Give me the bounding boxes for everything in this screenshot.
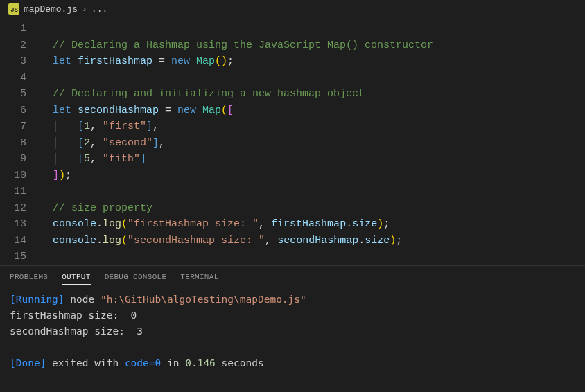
code-line[interactable]: │ [5, "fith"] — [39, 151, 585, 168]
code-line[interactable]: // Declaring a Hashmap using the JavaScr… — [39, 37, 585, 54]
code-line[interactable]: │ [1, "first"], — [39, 118, 585, 135]
code-line[interactable]: console.log("secondHashmap size: ", seco… — [39, 233, 585, 249]
code-line[interactable]: // size property — [39, 200, 585, 217]
breadcrumb[interactable]: JS mapDemo.js › ... — [0, 0, 585, 18]
breadcrumb-ellipsis: ... — [91, 4, 107, 15]
code-line[interactable]: let firstHashmap = new Map(); — [39, 53, 585, 70]
panel-tabs: PROBLEMS OUTPUT DEBUG CONSOLE TERMINAL — [0, 269, 585, 290]
code-line[interactable] — [39, 21, 585, 37]
code-line[interactable]: ]); — [39, 168, 585, 184]
code-editor[interactable]: 1 2 3 4 5 6 7 8 9 10 11 12 13 14 15 // D… — [0, 18, 585, 265]
tab-output[interactable]: OUTPUT — [62, 273, 90, 285]
tab-debug-console[interactable]: DEBUG CONSOLE — [105, 273, 167, 285]
tab-problems[interactable]: PROBLEMS — [10, 273, 48, 285]
code-line[interactable]: │ [2, "second"], — [39, 135, 585, 152]
code-line[interactable] — [39, 249, 585, 265]
code-line[interactable] — [39, 70, 585, 87]
code-line[interactable]: // Declaring and initializing a new hash… — [39, 86, 585, 103]
js-file-icon: JS — [8, 3, 19, 15]
tab-terminal[interactable]: TERMINAL — [180, 273, 218, 285]
line-number-gutter: 1 2 3 4 5 6 7 8 9 10 11 12 13 14 15 — [0, 21, 39, 265]
code-line[interactable]: console.log("firstHashmap size: ", first… — [39, 216, 585, 233]
output-content[interactable]: [Running] node "h:\GitHub\algoTesting\ma… — [0, 290, 585, 373]
chevron-right-icon: › — [82, 4, 87, 15]
code-line[interactable]: let secondHashmap = new Map([ — [39, 103, 585, 119]
code-line[interactable] — [39, 184, 585, 200]
code-content[interactable]: // Declaring a Hashmap using the JavaScr… — [39, 21, 585, 265]
breadcrumb-filename: mapDemo.js — [24, 4, 78, 15]
bottom-panel: PROBLEMS OUTPUT DEBUG CONSOLE TERMINAL [… — [0, 265, 585, 393]
